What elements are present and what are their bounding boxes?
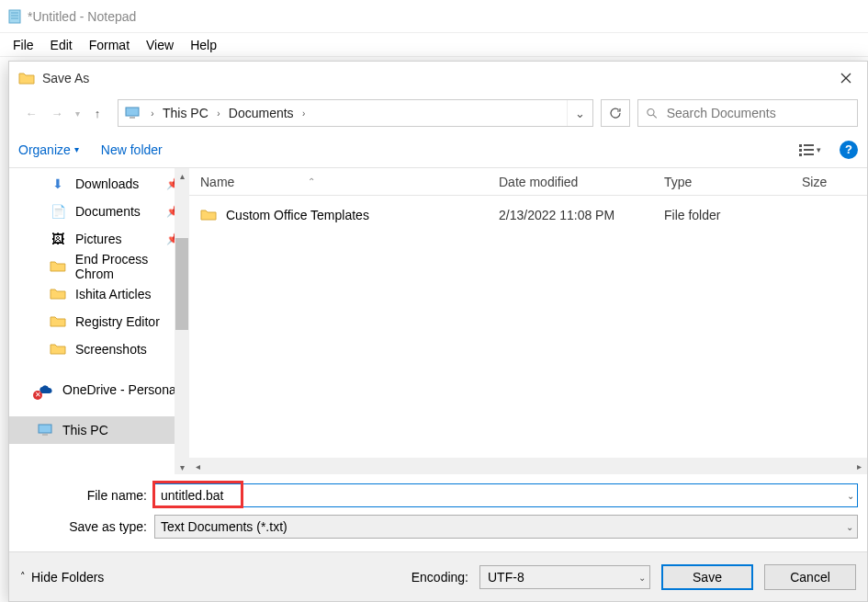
save-button[interactable]: Save: [661, 564, 753, 590]
header-name[interactable]: Name ⌃: [189, 168, 488, 195]
header-type[interactable]: Type: [653, 168, 791, 195]
tree-this-pc[interactable]: This PC: [9, 416, 189, 444]
svg-rect-7: [130, 117, 135, 119]
chevron-down-icon: ⌄: [846, 522, 853, 532]
tree-documents[interactable]: 📄 Documents 📌: [9, 198, 189, 225]
new-folder-label: New folder: [101, 142, 163, 157]
notepad-title-bar: *Untitled - Notepad: [0, 0, 868, 33]
folder-icon: [50, 341, 66, 358]
chevron-up-icon: ˄: [20, 571, 26, 583]
tree-label: This PC: [62, 423, 108, 437]
scroll-right-icon[interactable]: ▸: [851, 458, 867, 474]
svg-rect-14: [799, 153, 802, 156]
downloads-icon: ⬇: [50, 176, 66, 192]
notepad-title: *Untitled - Notepad: [28, 9, 136, 24]
scroll-up-icon[interactable]: ▴: [175, 168, 189, 183]
chevron-right-icon[interactable]: ›: [298, 108, 310, 119]
svg-rect-6: [126, 108, 139, 116]
filename-field[interactable]: ⌄: [154, 483, 858, 507]
back-button[interactable]: ←: [18, 99, 44, 127]
breadcrumb[interactable]: › This PC › Documents › ⌄: [118, 99, 593, 127]
chevron-right-icon[interactable]: ›: [146, 108, 159, 119]
tree-folder-ishita[interactable]: Ishita Articles: [9, 280, 189, 308]
scroll-down-icon[interactable]: ▾: [175, 460, 189, 474]
savetype-value: Text Documents (*.txt): [161, 519, 287, 534]
menu-view[interactable]: View: [139, 36, 181, 54]
pc-icon: [37, 422, 53, 438]
savetype-combo[interactable]: Text Documents (*.txt) ⌄: [154, 515, 858, 539]
cancel-label: Cancel: [790, 570, 830, 585]
header-date[interactable]: Date modified: [488, 168, 653, 195]
recent-dropdown[interactable]: ▾: [70, 99, 85, 127]
scroll-left-icon[interactable]: ◂: [189, 458, 206, 474]
column-headers: Name ⌃ Date modified Type Size: [189, 168, 867, 196]
menu-format[interactable]: Format: [82, 36, 137, 54]
chevron-down-icon[interactable]: ⌄: [847, 491, 854, 501]
filename-input[interactable]: [155, 488, 857, 503]
organize-label: Organize: [18, 142, 71, 157]
chevron-down-icon: ▾: [74, 144, 79, 154]
close-button[interactable]: [825, 62, 867, 95]
pc-icon: [124, 105, 141, 121]
search-input[interactable]: [665, 105, 850, 121]
row-name: Custom Office Templates: [226, 208, 369, 222]
file-rows: Custom Office Templates 2/13/2022 11:08 …: [189, 196, 867, 458]
refresh-icon: [609, 107, 622, 119]
hide-folders-button[interactable]: ˄ Hide Folders: [20, 570, 104, 585]
new-folder-button[interactable]: New folder: [101, 142, 163, 157]
tree-label: Pictures: [75, 232, 122, 246]
header-size[interactable]: Size: [791, 168, 846, 195]
view-options-button[interactable]: ▾: [792, 139, 829, 161]
breadcrumb-documents[interactable]: Documents: [225, 106, 298, 120]
scroll-thumb[interactable]: [175, 238, 188, 330]
search-box[interactable]: [637, 99, 858, 127]
svg-rect-10: [799, 144, 802, 147]
encoding-value: UTF-8: [488, 570, 524, 585]
documents-icon: 📄: [50, 203, 66, 220]
breadcrumb-dropdown[interactable]: ⌄: [567, 100, 592, 126]
header-name-label: Name: [200, 175, 234, 189]
svg-rect-16: [39, 425, 51, 433]
savetype-label: Save as type:: [18, 519, 154, 534]
menu-file[interactable]: File: [6, 36, 41, 54]
tree-scrollbar[interactable]: ▴ ▾: [175, 168, 189, 474]
tree-folder-registry[interactable]: Registry Editor: [9, 308, 189, 335]
encoding-combo[interactable]: UTF-8 ⌄: [479, 565, 650, 589]
menu-edit[interactable]: Edit: [43, 36, 80, 54]
svg-rect-0: [9, 10, 20, 23]
pictures-icon: 🖼: [50, 231, 66, 247]
tree-label: Ishita Articles: [75, 287, 151, 301]
refresh-button[interactable]: [601, 99, 630, 127]
menu-help[interactable]: Help: [183, 36, 224, 54]
hide-folders-label: Hide Folders: [31, 570, 104, 585]
notepad-menu-bar: File Edit Format View Help: [0, 33, 868, 57]
onedrive-icon: ✕: [37, 381, 53, 398]
dialog-toolbar: Organize ▾ New folder ▾ ?: [9, 131, 867, 168]
up-button[interactable]: ↑: [85, 99, 110, 127]
folder-icon: [200, 207, 217, 223]
view-icon: [799, 143, 814, 156]
list-item[interactable]: Custom Office Templates 2/13/2022 11:08 …: [189, 201, 867, 229]
forward-button[interactable]: →: [44, 99, 70, 127]
tree-label: Registry Editor: [75, 314, 160, 329]
filename-label: File name:: [18, 488, 154, 503]
tree-folder-endprocess[interactable]: End Process Chrom: [9, 253, 189, 280]
tree-label: Documents: [75, 204, 141, 219]
cancel-button[interactable]: Cancel: [764, 564, 856, 590]
chevron-right-icon[interactable]: ›: [212, 108, 225, 119]
tree-label: Downloads: [75, 176, 139, 191]
tree-folder-screenshots[interactable]: Screenshots: [9, 335, 189, 363]
tree-pictures[interactable]: 🖼 Pictures 📌: [9, 225, 189, 253]
tree-onedrive[interactable]: ✕ OneDrive - Personal: [9, 376, 189, 403]
organize-button[interactable]: Organize ▾: [18, 142, 79, 157]
sort-ascending-icon: ⌃: [308, 176, 315, 187]
tree-downloads[interactable]: ⬇ Downloads 📌: [9, 170, 189, 198]
svg-rect-13: [804, 149, 814, 151]
dialog-footer: ˄ Hide Folders Encoding: UTF-8 ⌄ Save Ca…: [9, 551, 867, 601]
close-icon: [840, 73, 851, 84]
horizontal-scrollbar[interactable]: ◂ ▸: [189, 458, 867, 474]
save-as-dialog: Save As ← → ▾ ↑ › This PC › Documents › …: [8, 61, 868, 602]
breadcrumb-this-pc[interactable]: This PC: [159, 106, 212, 120]
help-button[interactable]: ?: [840, 141, 858, 159]
svg-line-9: [653, 115, 657, 119]
